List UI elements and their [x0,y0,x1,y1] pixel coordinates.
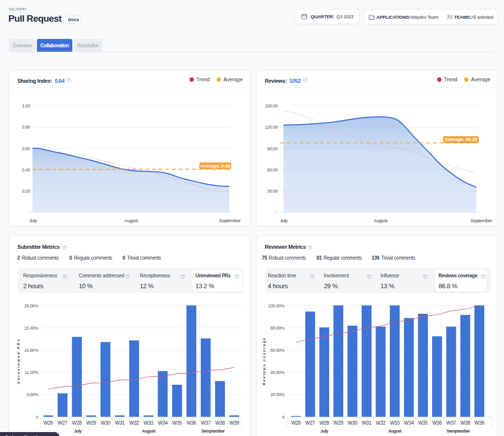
svg-text:W38: W38 [215,420,225,426]
svg-text:W27: W27 [58,420,67,426]
svg-text:Unreviewed PRs: Unreviewed PRs [16,338,21,384]
svg-text:0.40: 0.40 [22,168,31,172]
svg-text:July: July [280,218,288,223]
svg-text:W36: W36 [432,420,442,426]
svg-text:August: August [374,218,387,223]
svg-text:W36: W36 [187,420,196,426]
svg-text:20.00%: 20.00% [270,392,284,397]
svg-text:W38: W38 [460,420,470,426]
svg-text:July: July [29,218,37,223]
svg-text:W31: W31 [115,420,125,426]
svg-text:0: 0 [282,415,284,420]
svg-text:July: July [74,429,82,434]
svg-text:W29: W29 [86,420,96,426]
svg-text:W37: W37 [446,420,456,426]
svg-text:W33: W33 [390,420,400,426]
svg-text:0.20: 0.20 [22,189,31,194]
svg-text:-: - [29,210,30,215]
svg-text:July: July [320,429,328,434]
svg-text:Semptember: Semptember [201,429,225,434]
svg-text:Semptember: Semptember [446,429,471,434]
svg-text:60.00: 60.00 [267,168,278,172]
svg-text:Reviews coverage: Reviews coverage [262,337,266,385]
svg-text:W32: W32 [376,420,386,426]
svg-text:W30: W30 [347,420,357,426]
svg-text:28.00%: 28.00% [24,303,38,308]
svg-text:August: August [142,429,156,434]
svg-text:W35: W35 [172,420,182,426]
svg-text:August: August [388,429,402,434]
svg-text:W28: W28 [72,420,82,426]
svg-text:August: August [125,218,138,223]
svg-text:0.80: 0.80 [22,125,31,130]
svg-text:W27: W27 [305,420,315,426]
svg-text:1.00: 1.00 [22,103,31,108]
svg-text:W33: W33 [144,420,154,426]
svg-text:90.00: 90.00 [267,146,278,151]
svg-text:0.60: 0.60 [22,146,31,151]
svg-text:30.00: 30.00 [267,189,278,194]
svg-text:September: September [219,218,241,223]
svg-text:W34: W34 [158,420,168,426]
svg-text:5.60%: 5.60% [27,392,38,397]
svg-text:W30: W30 [100,420,110,426]
svg-text:W31: W31 [362,420,372,426]
svg-text:11.20%: 11.20% [25,370,38,375]
svg-text:W37: W37 [201,420,211,426]
svg-text:100.00%: 100.00% [268,303,285,308]
svg-text:September: September [471,218,492,223]
svg-text:W34: W34 [404,420,414,426]
svg-text:80.00%: 80.00% [270,326,284,331]
svg-text:W32: W32 [129,420,139,426]
svg-text:Average: 98.33: Average: 98.33 [444,136,477,142]
svg-text:40.00%: 40.00% [270,370,284,375]
svg-text:W39: W39 [229,420,239,426]
svg-text:120.00: 120.00 [265,125,278,130]
svg-text:W29: W29 [334,420,344,426]
svg-text:16.80%: 16.80% [24,348,38,353]
svg-text:60.00%: 60.00% [270,348,284,353]
svg-text:22.40%: 22.40% [24,326,38,331]
svg-text:Average: 0.42: Average: 0.42 [200,163,230,168]
svg-text:W35: W35 [418,420,428,426]
svg-text:0: 0 [36,415,38,420]
svg-text:W26: W26 [43,420,53,426]
svg-text:150.00: 150.00 [265,103,278,108]
svg-text:W39: W39 [474,420,484,426]
svg-text:W28: W28 [319,420,329,426]
svg-text:W26: W26 [291,420,301,426]
svg-text:-: - [276,210,278,215]
